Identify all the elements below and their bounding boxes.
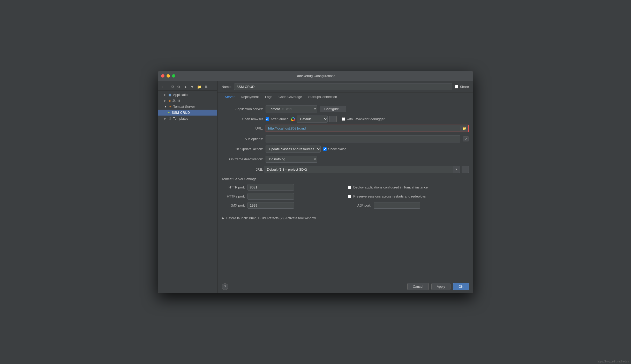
close-button[interactable]	[161, 74, 164, 78]
app-server-row: Application server: Tomcat 9.0.311 Confi…	[222, 105, 469, 112]
vm-options-expand-button[interactable]: ⤢	[463, 136, 469, 141]
js-debugger-text: with JavaScript debugger	[347, 117, 385, 121]
help-button[interactable]: ?	[222, 283, 228, 290]
main-panel: Name: Share Server Deployment Logs Code …	[217, 81, 473, 293]
before-launch-section: ▶ Before launch: Build, Build Artifacts …	[222, 213, 469, 220]
show-dialog-label: Show dialog	[323, 147, 347, 151]
titlebar: Run/Debug Configurations	[158, 71, 473, 81]
after-launch-row: Open browser After launch Default ...	[222, 116, 469, 123]
browser-select-row: Default ...	[291, 116, 337, 123]
minimize-button[interactable]	[167, 74, 170, 78]
name-label: Name:	[222, 85, 231, 89]
after-launch-text: After launch	[271, 117, 288, 121]
deploy-tomcat-label: Deploy applications configured in Tomcat…	[348, 185, 428, 189]
folder-button[interactable]: 📁	[196, 84, 202, 89]
deploy-tomcat-row: Deploy applications configured in Tomcat…	[348, 184, 469, 191]
after-launch-checkbox[interactable]	[266, 117, 269, 121]
tab-code-coverage[interactable]: Code Coverage	[275, 93, 305, 101]
browser-more-button[interactable]: ...	[329, 116, 337, 122]
share-label: Share	[460, 85, 469, 89]
show-dialog-checkbox[interactable]	[323, 147, 327, 151]
apply-button[interactable]: Apply	[431, 283, 451, 290]
url-input-wrapper: 📁	[266, 125, 469, 132]
config-icon: ✦	[167, 111, 170, 115]
share-checkbox[interactable]	[455, 85, 458, 88]
ajp-port-input[interactable]	[374, 202, 420, 209]
jmx-port-input[interactable]	[247, 202, 294, 209]
preserve-sessions-checkbox[interactable]	[348, 195, 351, 198]
browser-icon	[291, 117, 295, 121]
sidebar: + − ⧉ ⚙ ▲ ▼ 📁 ⇅ ▶ ▣ Application ▶ ◆ JUni…	[158, 81, 217, 293]
tabs-bar: Server Deployment Logs Code Coverage Sta…	[217, 93, 473, 101]
remove-config-button[interactable]: −	[165, 84, 169, 89]
tab-startup-connection[interactable]: Startup/Connection	[305, 93, 340, 101]
before-launch-toggle[interactable]: ▶ Before launch: Build, Build Artifacts …	[222, 216, 469, 220]
jre-row: JRE: ▼ ...	[222, 166, 469, 173]
http-port-row: HTTP port:	[222, 184, 343, 191]
add-config-button[interactable]: +	[160, 84, 164, 89]
jre-input[interactable]	[265, 166, 453, 173]
configure-button[interactable]: Configure...	[320, 106, 346, 112]
sidebar-item-label-ssm-crud: SSM-CRUD	[172, 111, 190, 115]
maximize-button[interactable]	[172, 74, 175, 78]
sidebar-item-tomcat[interactable]: ▼ ✦ Tomcat Server	[158, 104, 217, 110]
sidebar-item-label-application: Application	[173, 93, 190, 97]
ok-button[interactable]: OK	[453, 283, 469, 290]
jmx-port-label: JMX port:	[222, 203, 245, 207]
sidebar-item-templates[interactable]: ▶ ⚙ Templates	[158, 116, 217, 122]
copy-config-button[interactable]: ⧉	[170, 84, 175, 89]
url-input[interactable]	[266, 125, 460, 132]
jre-select-wrapper: ▼	[265, 166, 460, 173]
https-port-label: HTTPs port:	[222, 194, 245, 198]
sidebar-item-ssm-crud[interactable]: ✦ SSM-CRUD	[158, 110, 217, 116]
expand-arrow-junit: ▶	[164, 99, 166, 102]
port-grid: HTTP port: Deploy applications configure…	[222, 184, 469, 209]
vm-options-input[interactable]	[266, 135, 460, 142]
junit-icon: ◆	[168, 99, 171, 103]
sort-button[interactable]: ⇅	[204, 84, 209, 89]
vm-options-label: VM options:	[222, 137, 263, 141]
tomcat-settings-title: Tomcat Server Settings	[222, 177, 469, 181]
window-title: Run/Debug Configurations	[296, 74, 335, 78]
tomcat-icon: ✦	[169, 105, 172, 109]
deploy-tomcat-checkbox[interactable]	[348, 186, 351, 189]
wrench-button[interactable]: ⚙	[176, 84, 182, 89]
url-browse-button[interactable]: 📁	[460, 126, 468, 131]
share-area: Share	[455, 85, 469, 89]
browser-select[interactable]: Default	[297, 116, 328, 123]
on-update-row: On 'Update' action: Update classes and r…	[222, 146, 469, 153]
tab-logs[interactable]: Logs	[262, 93, 275, 101]
sidebar-toolbar: + − ⧉ ⚙ ▲ ▼ 📁 ⇅	[158, 83, 217, 91]
on-update-label: On 'Update' action:	[222, 147, 263, 151]
app-server-select[interactable]: Tomcat 9.0.311	[266, 105, 317, 112]
name-input[interactable]	[234, 84, 452, 90]
vm-options-row: VM options: ⤢	[222, 135, 469, 142]
http-port-input[interactable]	[247, 184, 294, 191]
on-frame-select[interactable]: Do nothing	[266, 156, 317, 163]
jmx-port-row: JMX port:	[222, 202, 343, 209]
sidebar-item-junit[interactable]: ▶ ◆ JUnit	[158, 98, 217, 104]
move-up-button[interactable]: ▲	[183, 84, 188, 89]
https-port-input[interactable]	[247, 193, 294, 200]
open-browser-section: Open browser After launch Default ...	[222, 116, 469, 132]
show-dialog-text: Show dialog	[328, 147, 347, 151]
sidebar-item-label-tomcat: Tomcat Server	[173, 105, 195, 109]
sidebar-item-application[interactable]: ▶ ▣ Application	[158, 92, 217, 98]
jre-label: JRE:	[222, 168, 263, 171]
on-update-select[interactable]: Update classes and resources	[266, 146, 321, 153]
https-port-row: HTTPs port:	[222, 193, 343, 200]
http-port-label: HTTP port:	[222, 185, 245, 189]
tab-server[interactable]: Server	[222, 93, 238, 101]
cancel-button[interactable]: Cancel	[407, 283, 429, 290]
js-debugger-checkbox[interactable]	[342, 117, 345, 121]
sidebar-item-label-junit: JUnit	[172, 99, 180, 103]
preserve-sessions-label: Preserve sessions across restarts and re…	[348, 194, 426, 198]
js-debugger-label: with JavaScript debugger	[342, 117, 385, 121]
jre-more-button[interactable]: ...	[462, 166, 469, 173]
jre-dropdown-button[interactable]: ▼	[453, 166, 460, 173]
bottom-bar: ? Cancel Apply OK	[217, 280, 473, 293]
tab-deployment[interactable]: Deployment	[238, 93, 262, 101]
move-down-button[interactable]: ▼	[189, 84, 195, 89]
templates-icon: ⚙	[168, 117, 171, 120]
after-launch-label: After launch	[266, 117, 288, 121]
